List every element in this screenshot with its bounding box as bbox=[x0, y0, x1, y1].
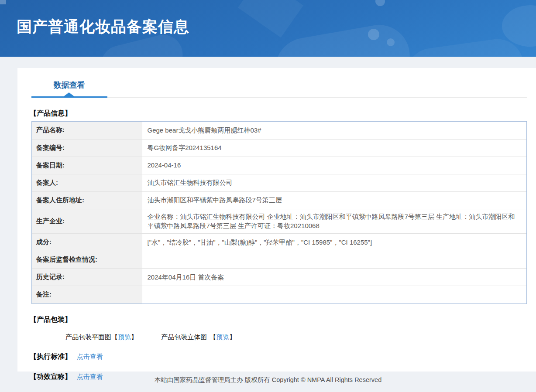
efficacy-section-title: 【功效宣称】 bbox=[30, 373, 72, 380]
copyright-text: 本站由国家药品监督管理局主办 版权所有 Copyright © NMPA All… bbox=[155, 376, 381, 384]
content-card: 数据查看 【产品信息】 产品名称: Gege bear戈戈小熊唇颊两用腮红棒03… bbox=[17, 68, 536, 372]
row-label: 产品名称: bbox=[32, 122, 142, 139]
row-value bbox=[142, 251, 526, 269]
row-label: 备注: bbox=[32, 286, 142, 303]
bracket-open: 【 bbox=[111, 333, 118, 341]
packaging-stereo-preview-link[interactable]: 预览 bbox=[216, 333, 229, 341]
row-value: 2024年04月16日 首次备案 bbox=[142, 269, 526, 286]
tab-caret-icon bbox=[64, 92, 74, 96]
row-value: 汕头市潮阳区和平镇紫中路凤皋路段7号第三层 bbox=[142, 191, 526, 209]
banner-decoration bbox=[238, 0, 303, 37]
table-row: 备案人住所地址: 汕头市潮阳区和平镇紫中路凤皋路段7号第三层 bbox=[32, 191, 526, 209]
row-value: 2024-04-16 bbox=[142, 157, 526, 174]
row-label: 成分: bbox=[32, 234, 142, 251]
row-value: Gege bear戈戈小熊唇颊两用腮红棒03# bbox=[142, 122, 526, 139]
table-row: 备案编号: 粤G妆网备字2024135164 bbox=[32, 139, 526, 157]
table-row: 产品名称: Gege bear戈戈小熊唇颊两用腮红棒03# bbox=[32, 122, 526, 139]
row-value: ["水"，"结冷胶"，"甘油"，"山梨(糖)醇"，"羟苯甲酯"，"CI 1598… bbox=[142, 234, 526, 251]
table-row: 备案后监督检查情况: bbox=[32, 251, 526, 269]
standard-view-link[interactable]: 点击查看 bbox=[77, 353, 103, 360]
table-row: 备案人: 汕头市铭汇生物科技有限公司 bbox=[32, 174, 526, 191]
banner-decoration bbox=[502, 5, 536, 47]
standard-row: 【执行标准】点击查看 bbox=[30, 352, 536, 361]
tab-bar: 数据查看 bbox=[17, 68, 536, 98]
bracket-close: 】 bbox=[131, 333, 137, 341]
bracket-open: 【 bbox=[210, 333, 216, 341]
row-value: 汕头市铭汇生物科技有限公司 bbox=[142, 174, 526, 191]
row-label: 备案人: bbox=[32, 174, 142, 191]
row-value: 企业名称：汕头市铭汇生物科技有限公司 企业地址：汕头市潮阳区和平镇紫中路凤皋路段… bbox=[142, 209, 526, 234]
packaging-section-title: 【产品包装】 bbox=[30, 315, 536, 324]
tab-active-underline bbox=[31, 96, 107, 98]
row-label: 备案后监督检查情况: bbox=[32, 251, 142, 269]
row-label: 备案编号: bbox=[32, 139, 142, 157]
row-value: 粤G妆网备字2024135164 bbox=[142, 139, 526, 157]
banner-decoration bbox=[387, 38, 395, 46]
table-row: 备案日期: 2024-04-16 bbox=[32, 157, 526, 174]
product-info-section-title: 【产品信息】 bbox=[30, 109, 536, 118]
packaging-flat-label: 产品包装平面图 bbox=[65, 333, 111, 341]
efficacy-view-link[interactable]: 点击查看 bbox=[77, 373, 103, 380]
packaging-stereo-label: 产品包装立体图 bbox=[161, 333, 207, 341]
row-label: 生产企业: bbox=[32, 209, 142, 234]
packaging-links-row: 产品包装平面图【预览】 产品包装立体图【预览】 bbox=[65, 333, 536, 341]
banner-decoration bbox=[0, 0, 6, 4]
packaging-flat-item: 产品包装平面图【预览】 bbox=[65, 333, 137, 341]
table-row: 备注: bbox=[32, 286, 526, 303]
row-label: 备案人住所地址: bbox=[32, 191, 142, 209]
packaging-flat-preview-link[interactable]: 预览 bbox=[118, 333, 131, 341]
table-row: 历史记录: 2024年04月16日 首次备案 bbox=[32, 269, 526, 286]
row-label: 历史记录: bbox=[32, 269, 142, 286]
standard-section-title: 【执行标准】 bbox=[30, 353, 72, 360]
product-info-table: 产品名称: Gege bear戈戈小熊唇颊两用腮红棒03# 备案编号: 粤G妆网… bbox=[31, 121, 527, 304]
row-label: 备案日期: bbox=[32, 157, 142, 174]
table-row: 生产企业: 企业名称：汕头市铭汇生物科技有限公司 企业地址：汕头市潮阳区和平镇紫… bbox=[32, 209, 526, 234]
page-header: 国产普通化妆品备案信息 bbox=[0, 0, 536, 57]
banner-decoration bbox=[271, 20, 415, 57]
tab-data-view[interactable]: 数据查看 bbox=[31, 80, 107, 90]
row-value bbox=[142, 286, 526, 303]
page-title: 国产普通化妆品备案信息 bbox=[17, 17, 189, 37]
packaging-stereo-item: 产品包装立体图【预览】 bbox=[161, 333, 236, 341]
table-row: 成分: ["水"，"结冷胶"，"甘油"，"山梨(糖)醇"，"羟苯甲酯"，"CI … bbox=[32, 234, 526, 251]
bracket-close: 】 bbox=[229, 333, 236, 341]
banner-decoration bbox=[368, 29, 379, 40]
banner-decoration bbox=[375, 0, 385, 6]
